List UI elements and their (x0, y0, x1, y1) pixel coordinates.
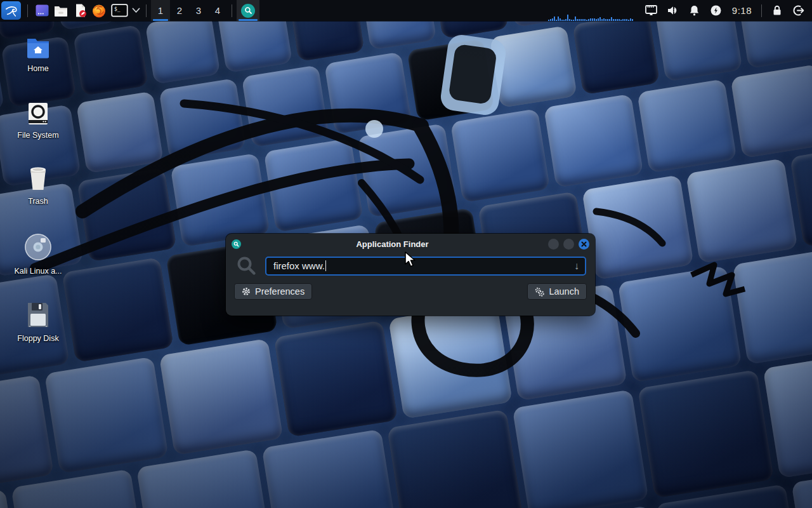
search-icon (233, 241, 239, 247)
close-icon (581, 241, 587, 247)
workspace-label: 1 (158, 5, 163, 16)
netgraph-bar (565, 19, 566, 21)
launch-button[interactable]: Launch (527, 283, 587, 300)
netgraph-bar (619, 19, 620, 21)
desktop-icon-label: Trash (28, 197, 48, 206)
panel-clock[interactable]: 9:18 (727, 5, 757, 16)
netgraph-bar (624, 19, 625, 21)
kali-logo-icon (4, 4, 18, 18)
volume-tray-button[interactable] (662, 0, 684, 21)
netgraph-bar (599, 17, 601, 21)
desktop-icon-label: Kali Linux a... (14, 267, 62, 276)
chevron-down-icon (132, 8, 140, 13)
entry-dropdown-arrow-icon[interactable]: ↓ (574, 260, 579, 272)
desktop-icon-trash[interactable]: Trash (6, 165, 70, 206)
bell-icon (688, 4, 700, 17)
netgraph-bar (560, 18, 561, 21)
netgraph-bar (588, 19, 589, 21)
finder-teal-badge (241, 4, 255, 18)
file-manager-folder-icon (53, 3, 69, 18)
network-tray-button[interactable] (641, 0, 662, 21)
active-workspace-indicator (153, 19, 168, 21)
search-input-value: firefox www. (273, 260, 325, 271)
workspace-button-1[interactable]: 1 (151, 0, 170, 21)
workspace-label: 2 (177, 5, 182, 16)
netgraph-bar (552, 18, 553, 21)
desktop-icon-label: File System (17, 131, 58, 140)
app-finder-window-icon (232, 239, 241, 249)
log-out-icon (792, 4, 805, 17)
applications-menu-button[interactable] (1, 1, 21, 20)
launcher-terminal-emulator[interactable] (32, 1, 51, 20)
netgraph-bar (573, 20, 574, 21)
workspace-button-3[interactable]: 3 (189, 0, 208, 21)
preferences-button[interactable]: Preferences (234, 283, 312, 300)
workspace-label: 3 (196, 5, 201, 16)
netgraph-bar (586, 20, 587, 21)
netgraph-bar (571, 20, 572, 22)
log-out-button[interactable] (788, 0, 809, 21)
netgraph-bar (584, 19, 586, 22)
trash-icon (25, 165, 51, 192)
harddrive-icon (25, 102, 51, 126)
kali-desktop: $_ 1 2 3 4 (0, 0, 812, 508)
launcher-terminal-black[interactable]: $_ (108, 1, 130, 20)
text-caret (325, 260, 326, 271)
minimize-button[interactable] (548, 239, 559, 250)
lock-screen-button[interactable] (766, 0, 788, 21)
lock-icon (771, 4, 783, 17)
desktop-icon-file-system[interactable]: File System (6, 102, 70, 140)
netgraph-bar (628, 20, 629, 21)
search-icon (244, 6, 252, 15)
launcher-file-manager[interactable] (51, 1, 70, 20)
netgraph-bar (579, 19, 580, 21)
dialog-title: Application Finder (241, 239, 544, 249)
search-input[interactable]: firefox www. ↓ (265, 257, 586, 276)
netgraph-bar (613, 19, 614, 21)
dialog-titlebar[interactable]: Application Finder (226, 234, 595, 254)
desktop-icon-kali-cd[interactable]: Kali Linux a... (6, 232, 70, 276)
netgraph-bar (609, 19, 610, 21)
launch-label: Launch (549, 286, 579, 297)
workspace-button-4[interactable]: 4 (208, 0, 227, 21)
netgraph-bar (598, 18, 599, 21)
panel-separator (27, 4, 28, 17)
dialog-footer: Preferences Launch (226, 276, 595, 300)
maximize-button[interactable] (563, 239, 574, 250)
netgraph-bar (582, 19, 584, 21)
volume-icon (666, 4, 679, 17)
panel-separator (146, 4, 147, 17)
netgraph-bar (617, 19, 618, 22)
gear-icon (242, 287, 251, 296)
application-finder-toggle[interactable] (237, 0, 259, 21)
terminal-purple-icon (35, 3, 49, 18)
netgraph-bar (580, 19, 582, 21)
netgraph-bar (548, 20, 549, 21)
netgraph-bar (632, 19, 633, 21)
ethernet-icon (645, 4, 658, 17)
workspace-label: 4 (215, 5, 220, 16)
terminal-dropdown-button[interactable] (130, 1, 141, 20)
netgraph-bar (590, 18, 591, 21)
desktop-icon-home[interactable]: Home (6, 36, 70, 73)
desktop-icon-floppy-disk[interactable]: Floppy Disk (6, 301, 70, 343)
network-monitor-graph[interactable] (547, 0, 637, 21)
panel-separator (232, 4, 232, 17)
desktop-icon-label: Floppy Disk (17, 334, 58, 343)
panel-tray: 9:18 (547, 0, 812, 21)
floppy-icon (25, 301, 51, 329)
active-finder-indicator (239, 19, 258, 21)
close-button[interactable] (579, 239, 589, 250)
power-manager-tray-button[interactable] (705, 0, 727, 21)
netgraph-bar (567, 15, 568, 21)
home-folder-icon (25, 36, 51, 59)
workspace-button-2[interactable]: 2 (170, 0, 189, 21)
application-finder-window: Application Finder firefox www. ↓ (226, 234, 595, 316)
notifications-tray-button[interactable] (684, 0, 705, 21)
netgraph-bar (577, 19, 578, 22)
terminal-icon: $_ (111, 3, 128, 18)
netgraph-bar (615, 19, 616, 21)
launcher-firefox[interactable] (89, 1, 108, 20)
launcher-text-editor[interactable] (70, 1, 89, 20)
netgraph-bar (603, 18, 605, 21)
